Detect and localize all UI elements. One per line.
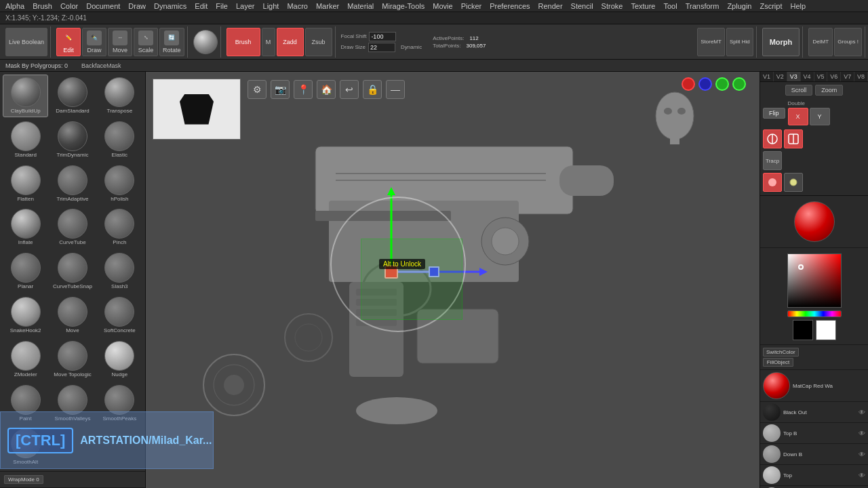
black-swatch[interactable]	[793, 320, 813, 340]
color-gradient-picker[interactable]	[787, 253, 842, 308]
brush-item-move[interactable]: Move	[50, 294, 95, 337]
eye-icon-top[interactable]: 👁	[859, 472, 865, 479]
eye-icon-blackout[interactable]: 👁	[859, 409, 865, 416]
brush-item-standard[interactable]: Standard	[3, 119, 48, 161]
menu-render[interactable]: Render	[538, 2, 563, 10]
menu-marker[interactable]: Marker	[316, 2, 339, 10]
tab-v6[interactable]: V6	[827, 72, 841, 81]
brush-item-hpolish[interactable]: hPolish	[97, 163, 142, 205]
menu-document[interactable]: Document	[86, 2, 120, 10]
menu-preferences[interactable]: Preferences	[490, 2, 530, 10]
tab-v8[interactable]: V8	[854, 72, 868, 81]
menu-stroke[interactable]: Stroke	[601, 2, 623, 10]
brush-item-elastic[interactable]: Elastic	[97, 119, 142, 161]
eye-icon-downb[interactable]: 👁	[859, 451, 865, 458]
menu-light[interactable]: Light	[263, 2, 279, 10]
tracp-button[interactable]: Tracp	[763, 151, 782, 170]
brush-item-curvetubesnap[interactable]: CurveTubeSnap	[50, 250, 95, 293]
tab-v5[interactable]: V5	[814, 72, 828, 81]
menu-edit[interactable]: Edit	[195, 2, 208, 10]
vp-lock-icon[interactable]: 🔒	[363, 80, 382, 99]
tab-v2[interactable]: V2	[774, 72, 787, 81]
zsub-button[interactable]: Zsub	[305, 28, 332, 56]
draw-size-input[interactable]	[368, 43, 395, 52]
brush-item-movetopologic[interactable]: Move Topologic	[50, 338, 95, 381]
layer-item-top[interactable]: Top 👁	[760, 465, 868, 486]
zadd-button[interactable]: Zadd	[277, 28, 304, 56]
menu-help[interactable]: Help	[790, 2, 806, 10]
menu-macro[interactable]: Macro	[287, 2, 308, 10]
menu-texture[interactable]: Texture	[631, 2, 655, 10]
brush-item-slash3[interactable]: Slash3	[97, 250, 142, 293]
brush-item-planar[interactable]: Planar	[3, 250, 48, 293]
vp-home-icon[interactable]: 🏠	[317, 80, 336, 99]
vp-camera-icon[interactable]: 📷	[271, 80, 290, 99]
flip-button[interactable]: Flip	[763, 108, 785, 119]
layer-item-topb[interactable]: Top B 👁	[760, 423, 868, 444]
menu-tool[interactable]: Tool	[663, 2, 677, 10]
edit-button[interactable]: ✏️ Edit	[56, 28, 81, 56]
tab-v7[interactable]: V7	[841, 72, 854, 81]
menu-zplugin[interactable]: Zplugin	[727, 2, 751, 10]
draw-button[interactable]: ✒️ Draw	[82, 28, 106, 56]
layer-item-downb[interactable]: Down B 👁	[760, 444, 868, 465]
vp-settings-icon[interactable]: ⚙	[248, 80, 267, 99]
groups-button[interactable]: Groups !	[834, 28, 862, 56]
scroll-button[interactable]: Scroll	[785, 85, 813, 96]
sym-y-button[interactable]: Y	[810, 108, 830, 125]
menu-draw[interactable]: Draw	[128, 2, 146, 10]
menu-layer[interactable]: Layer	[236, 2, 255, 10]
light-tool-button[interactable]	[784, 173, 803, 192]
menu-brush[interactable]: Brush	[33, 2, 52, 10]
menu-color[interactable]: Color	[60, 2, 78, 10]
brush-item-transpose[interactable]: Transpose	[97, 75, 142, 117]
vp-brush-icon[interactable]: —	[386, 80, 405, 99]
brush-select-button[interactable]: Brush	[226, 28, 260, 56]
switch-color-button[interactable]: SwitchColor	[763, 348, 799, 357]
morph-button[interactable]: Morph	[762, 28, 800, 56]
rotate-button[interactable]: 🔄 Rotate	[159, 28, 184, 56]
menu-zscript[interactable]: Zscript	[760, 2, 782, 10]
move-button[interactable]: ↔️ Move	[108, 28, 132, 56]
vp-undo-icon[interactable]: ↩	[340, 80, 359, 99]
brush-item-softconcrete[interactable]: SoftConcrete	[97, 294, 142, 337]
menu-file[interactable]: File	[216, 2, 228, 10]
menu-alpha[interactable]: Alpha	[5, 2, 24, 10]
menu-dynamics[interactable]: Dynamics	[154, 2, 186, 10]
tab-v1[interactable]: V1	[760, 72, 774, 81]
brush-item-zmodeler[interactable]: ZModeler	[3, 338, 48, 381]
split-hid-button[interactable]: Split Hid	[726, 28, 753, 56]
brush-item-trimdynamic[interactable]: TrimDynamic	[50, 119, 95, 161]
white-swatch[interactable]	[816, 320, 836, 340]
menu-transform[interactable]: Transform	[686, 2, 719, 10]
lsym-button[interactable]	[763, 129, 782, 148]
brush-item-pinch[interactable]: Pinch	[97, 206, 142, 249]
layer-item-blackout[interactable]: Black Out 👁	[760, 402, 868, 423]
eye-icon-topb[interactable]: 👁	[859, 430, 865, 437]
rsym-button[interactable]	[784, 129, 803, 148]
brush-item-inflate[interactable]: Inflate	[3, 206, 48, 249]
menu-material[interactable]: Material	[347, 2, 374, 10]
brush-item-claybuild[interactable]: ClayBuildUp	[3, 75, 48, 117]
brush-item-trimadaptive[interactable]: TrimAdaptive	[50, 163, 95, 205]
backface-mask-btn[interactable]: BackfaceMask	[81, 62, 121, 69]
tab-v3[interactable]: V3	[787, 72, 801, 81]
brush-item-snakehook2[interactable]: SnakeHook2	[3, 294, 48, 337]
store-mt-button[interactable]: StoreMT	[697, 28, 725, 56]
hue-slider[interactable]	[787, 310, 842, 317]
brush-item-curvetube[interactable]: CurveTube	[50, 206, 95, 249]
menu-stencil[interactable]: Stencil	[571, 2, 593, 10]
zoom-button[interactable]: Zoom	[815, 85, 843, 96]
menu-picker[interactable]: Picker	[461, 2, 482, 10]
wrapmode-button[interactable]: WrapMode 0	[4, 475, 43, 484]
brush-item-damstandard[interactable]: DamStandard	[50, 75, 95, 117]
brush-item-nudge[interactable]: Nudge	[97, 338, 142, 381]
matcap-sphere[interactable]	[763, 372, 790, 399]
menu-movie[interactable]: Movie	[433, 2, 452, 10]
menu-mirage[interactable]: Mirage-Tools	[382, 2, 425, 10]
focal-input[interactable]	[369, 32, 396, 41]
material-select-button[interactable]: M	[262, 28, 275, 56]
scale-button[interactable]: ⤡ Scale	[134, 28, 158, 56]
brush-item-flatten[interactable]: Flatten	[3, 163, 48, 205]
viewport[interactable]: ⚙ 📷 📍 🏠 ↩ 🔒 —	[146, 72, 760, 488]
